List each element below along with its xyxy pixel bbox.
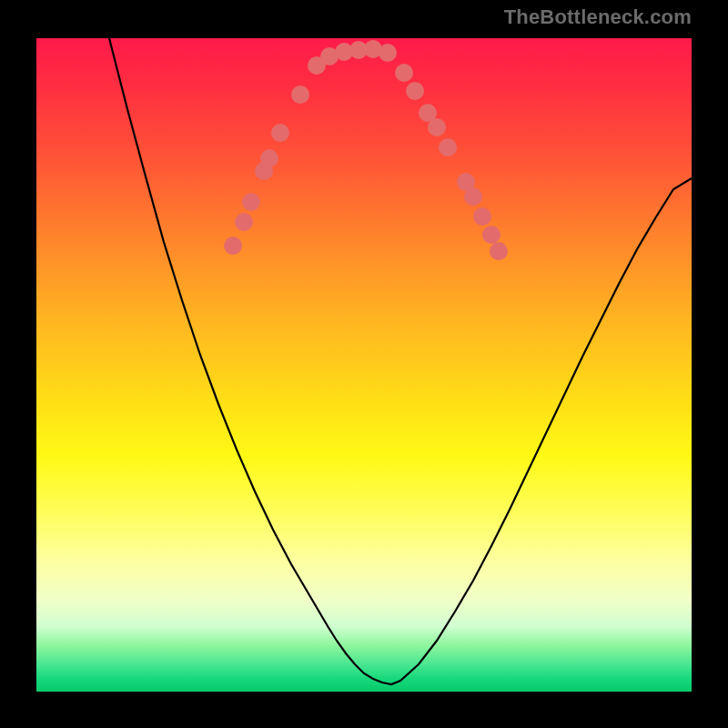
dot-marker xyxy=(242,193,260,211)
dot-marker xyxy=(379,44,397,62)
dot-marker xyxy=(291,86,309,104)
dot-marker xyxy=(482,226,500,244)
dot-marker xyxy=(439,138,457,157)
dot-marker xyxy=(235,213,253,231)
dots-group xyxy=(224,40,508,260)
plot-area xyxy=(36,38,692,692)
dot-marker xyxy=(395,64,413,82)
dot-marker xyxy=(464,187,482,206)
watermark-text: TheBottleneck.com xyxy=(504,5,692,29)
dot-marker xyxy=(271,124,289,142)
dot-marker xyxy=(490,242,508,260)
dot-marker xyxy=(428,118,446,136)
dot-marker xyxy=(406,82,424,100)
dot-marker xyxy=(224,237,242,255)
curve-svg xyxy=(36,38,692,692)
dot-marker xyxy=(260,149,278,167)
dot-marker xyxy=(473,207,491,226)
curve-path xyxy=(109,38,692,684)
chart-stage: TheBottleneck.com xyxy=(0,0,728,728)
